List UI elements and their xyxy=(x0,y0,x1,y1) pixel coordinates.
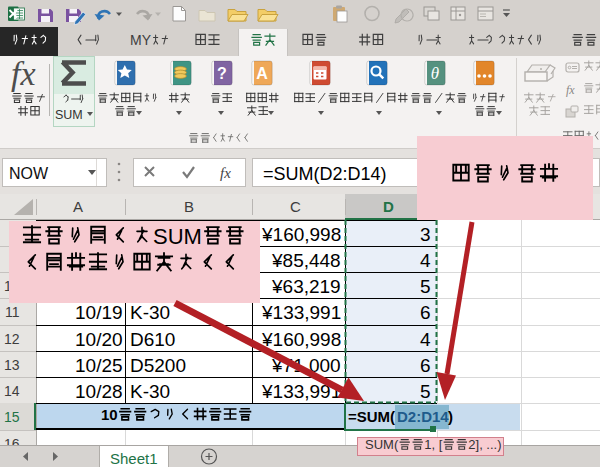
svg-text:fx: fx xyxy=(566,83,575,97)
svg-text:MY: MY xyxy=(130,32,152,48)
svg-text:1, [: 1, [ xyxy=(424,437,442,452)
svg-text:2], ...): 2], ...) xyxy=(468,437,501,452)
svg-text:10: 10 xyxy=(101,406,118,423)
svg-text:fx: fx xyxy=(220,165,231,181)
svg-text:SUM: SUM xyxy=(153,224,202,249)
svg-text:θ: θ xyxy=(431,64,439,83)
svg-text:SUM(: SUM( xyxy=(365,437,399,452)
svg-text:A: A xyxy=(256,65,268,82)
svg-text:?: ? xyxy=(217,65,227,82)
